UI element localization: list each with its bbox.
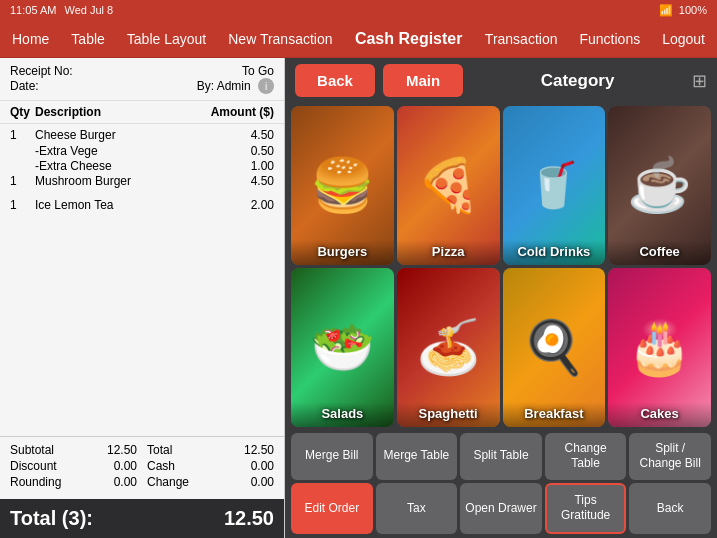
receipt-footer: Subtotal 12.50 Total 12.50 Discount 0.00… [0,436,284,499]
category-label-spaghetti: Spaghetti [397,402,500,427]
time-display: 11:05 AM [10,4,56,16]
cash-row: Cash 0.00 [147,459,274,473]
date-label: Date: [10,79,39,93]
by-admin-label: By: Admin i [197,78,274,94]
receipt-item[interactable]: 1 Cheese Burger 4.50 [10,128,274,142]
modifier-desc: -Extra Vege [35,144,209,158]
category-coffee[interactable]: ☕ Coffee [608,106,711,265]
total-value: 12.50 [244,443,274,457]
split-change-bill-button[interactable]: Split / Change Bill [629,433,711,480]
item-desc: Cheese Burger [35,128,209,142]
wifi-icon: 📶 [659,4,673,17]
top-actions: Back Main Category ⊞ [285,58,717,103]
discount-label: Discount [10,459,57,473]
merge-table-button[interactable]: Merge Table [376,433,458,480]
item-amount: 2.00 [209,198,274,212]
change-value: 0.00 [251,475,274,489]
category-pizza[interactable]: 🍕 Pizza [397,106,500,265]
receipt-col-headers: Qty Description Amount ($) [0,101,284,124]
open-drawer-button[interactable]: Open Drawer [460,483,542,534]
category-label-breakfast: Breakfast [503,402,606,427]
nav-left: Home Table Table Layout New Transaction [10,27,335,51]
nav-table-layout[interactable]: Table Layout [125,27,208,51]
modifier-amount: 0.50 [209,144,274,158]
footer-totals: Subtotal 12.50 Total 12.50 Discount 0.00… [10,443,274,489]
col-desc-header: Description [35,105,209,119]
discount-row: Discount 0.00 [10,459,137,473]
battery-display: 100% [679,4,707,16]
category-label-burgers: Burgers [291,240,394,265]
back-button[interactable]: Back [295,64,375,97]
cash-label: Cash [147,459,175,473]
category-spaghetti[interactable]: 🍝 Spaghetti [397,268,500,427]
nav-functions[interactable]: Functions [577,27,642,51]
tax-button[interactable]: Tax [376,483,458,534]
item-modifier: -Extra Vege 0.50 [10,144,274,158]
modifier-desc: -Extra Cheese [35,159,209,173]
item-modifier: -Extra Cheese 1.00 [10,159,274,173]
item-desc: Mushroom Burger [35,174,209,188]
to-go-label: To Go [242,64,274,78]
receipt-item[interactable]: 1 Ice Lemon Tea 2.00 [10,198,274,212]
nav-bar: Home Table Table Layout New Transaction … [0,20,717,58]
grid-icon[interactable]: ⊞ [692,70,707,92]
rounding-row: Rounding 0.00 [10,475,137,489]
item-amount: 4.50 [209,128,274,142]
edit-order-button[interactable]: Edit Order [291,483,373,534]
nav-right: Transaction Functions Logout [483,27,707,51]
subtotal-label: Subtotal [10,443,54,457]
item-qty: 1 [10,128,35,142]
receipt-header: Receipt No: To Go Date: By: Admin i [0,58,284,101]
tips-gratitude-button[interactable]: Tips Gratitude [545,483,627,534]
grand-total-value: 12.50 [224,507,274,530]
category-cold-drinks[interactable]: 🥤 Cold Drinks [503,106,606,265]
merge-bill-button[interactable]: Merge Bill [291,433,373,480]
main-button[interactable]: Main [383,64,463,97]
info-icon[interactable]: i [258,78,274,94]
category-burgers[interactable]: 🍔 Burgers [291,106,394,265]
status-left: 11:05 AM Wed Jul 8 [10,4,113,16]
subtotal-row: Subtotal 12.50 [10,443,137,457]
rounding-value: 0.00 [114,475,137,489]
category-label-coffee: Coffee [608,240,711,265]
receipt-item[interactable]: 1 Mushroom Burger 4.50 [10,174,274,188]
rounding-label: Rounding [10,475,61,489]
change-label: Change [147,475,189,489]
nav-logout[interactable]: Logout [660,27,707,51]
category-cakes[interactable]: 🎂 Cakes [608,268,711,427]
receipt-panel: Receipt No: To Go Date: By: Admin i Qty … [0,58,285,538]
receipt-items: 1 Cheese Burger 4.50 -Extra Vege 0.50 -E… [0,124,284,436]
total-row: Total 12.50 [147,443,274,457]
grand-total: Total (3): 12.50 [0,499,284,538]
discount-value: 0.00 [114,459,137,473]
category-label-pizza: Pizza [397,240,500,265]
nav-transaction[interactable]: Transaction [483,27,560,51]
back-bottom-button[interactable]: Back [629,483,711,534]
category-label-salads: Salads [291,402,394,427]
bottom-buttons: Merge Bill Merge Table Split Table Chang… [285,430,717,538]
item-amount: 4.50 [209,174,274,188]
item-qty: 1 [10,174,35,188]
split-table-button[interactable]: Split Table [460,433,542,480]
receipt-no-label: Receipt No: [10,64,73,78]
total-label: Total [147,443,172,457]
nav-table[interactable]: Table [69,27,106,51]
category-label: Category [471,71,684,91]
grand-total-label: Total (3): [10,507,93,530]
change-row: Change 0.00 [147,475,274,489]
item-desc: Ice Lemon Tea [35,198,209,212]
category-label-cakes: Cakes [608,402,711,427]
status-right: 📶 100% [659,4,707,17]
change-table-button[interactable]: Change Table [545,433,627,480]
nav-new-transaction[interactable]: New Transaction [226,27,334,51]
category-breakfast[interactable]: 🍳 Breakfast [503,268,606,427]
category-salads[interactable]: 🥗 Salads [291,268,394,427]
category-grid: 🍔 Burgers 🍕 Pizza 🥤 Cold Drinks ☕ Coffee… [285,103,717,430]
col-qty-header: Qty [10,105,35,119]
cash-value: 0.00 [251,459,274,473]
nav-home[interactable]: Home [10,27,51,51]
date-display: Wed Jul 8 [64,4,113,16]
modifier-amount: 1.00 [209,159,274,173]
status-bar: 11:05 AM Wed Jul 8 📶 100% [0,0,717,20]
right-panel: Back Main Category ⊞ 🍔 Burgers 🍕 Pizza 🥤… [285,58,717,538]
